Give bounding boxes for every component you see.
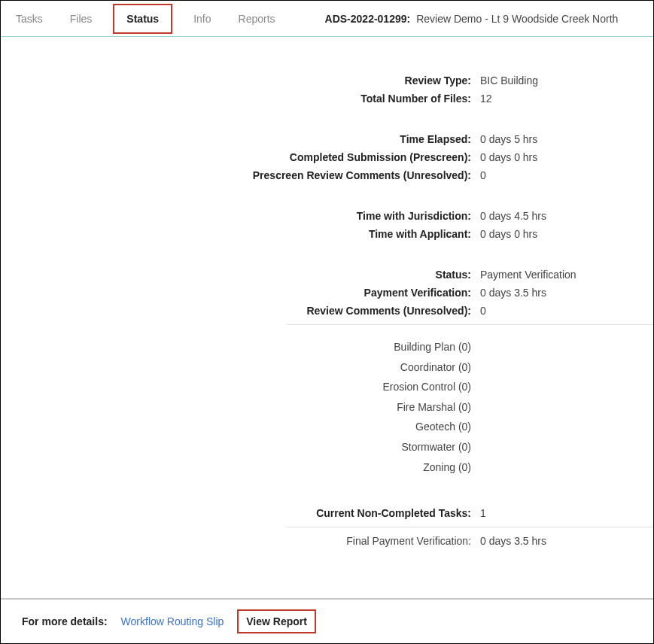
subitem-geotech: Geotech (0) bbox=[1, 417, 471, 437]
case-title: Review Demo - Lt 9 Woodside Creek North bbox=[416, 13, 618, 25]
divider bbox=[287, 527, 653, 527]
time-elapsed-value: 0 days 5 hrs bbox=[480, 133, 653, 145]
subitem-erosion-control: Erosion Control (0) bbox=[1, 377, 471, 397]
divider bbox=[287, 324, 653, 325]
subitem-zoning: Zoning (0) bbox=[1, 457, 471, 478]
time-jurisdiction-label: Time with Jurisdiction: bbox=[1, 210, 471, 222]
subitem-stormwater: Stormwater (0) bbox=[1, 437, 471, 457]
payment-verification-value: 0 days 3.5 hrs bbox=[480, 287, 653, 299]
footer-bar: For more details: Workflow Routing Slip … bbox=[1, 598, 653, 643]
non-completed-label: Current Non-Completed Tasks: bbox=[1, 507, 471, 519]
case-header: ADS-2022-01299: Review Demo - Lt 9 Woods… bbox=[325, 13, 619, 25]
time-applicant-value: 0 days 0 hrs bbox=[480, 228, 653, 240]
tab-strip: Tasks Files Status Info Reports bbox=[8, 7, 280, 31]
tab-status[interactable]: Status bbox=[122, 10, 163, 28]
tab-status-highlight: Status bbox=[113, 4, 172, 34]
view-report-button[interactable]: View Report bbox=[237, 609, 316, 633]
completed-submission-label: Completed Submission (Prescreen): bbox=[1, 151, 471, 163]
status-value: Payment Verification bbox=[480, 269, 653, 281]
time-jurisdiction-value: 0 days 4.5 hrs bbox=[480, 210, 653, 222]
review-type-label: Review Type: bbox=[1, 74, 471, 87]
final-payment-value: 0 days 3.5 hrs bbox=[480, 535, 653, 547]
prescreen-comments-label: Prescreen Review Comments (Unresolved): bbox=[1, 169, 471, 181]
time-applicant-label: Time with Applicant: bbox=[1, 228, 471, 240]
case-id: ADS-2022-01299: bbox=[325, 13, 411, 25]
completed-submission-value: 0 days 0 hrs bbox=[480, 151, 653, 163]
subitem-coordinator: Coordinator (0) bbox=[1, 357, 471, 378]
tab-tasks[interactable]: Tasks bbox=[11, 10, 47, 28]
tab-reports[interactable]: Reports bbox=[234, 10, 280, 28]
prescreen-comments-value: 0 bbox=[480, 169, 653, 181]
footer-label: For more details: bbox=[22, 615, 108, 627]
review-comments-label: Review Comments (Unresolved): bbox=[1, 305, 471, 317]
review-comments-value: 0 bbox=[480, 305, 653, 317]
payment-verification-label: Payment Verification: bbox=[1, 287, 471, 299]
tab-info[interactable]: Info bbox=[189, 10, 215, 28]
header-bar: Tasks Files Status Info Reports ADS-2022… bbox=[1, 1, 653, 37]
review-comments-sublist: Building Plan (0) Coordinator (0) Erosio… bbox=[1, 333, 471, 478]
tab-files[interactable]: Files bbox=[65, 10, 97, 28]
non-completed-value: 1 bbox=[480, 507, 653, 519]
time-elapsed-label: Time Elapsed: bbox=[1, 133, 471, 145]
review-type-value: BIC Building bbox=[480, 74, 653, 87]
status-label: Status: bbox=[1, 269, 471, 281]
subitem-fire-marshal: Fire Marshal (0) bbox=[1, 397, 471, 418]
total-files-label: Total Number of Files: bbox=[1, 93, 471, 105]
workflow-routing-slip-link[interactable]: Workflow Routing Slip bbox=[121, 615, 224, 627]
final-payment-label: Final Payment Verification: bbox=[1, 535, 471, 547]
subitem-building-plan: Building Plan (0) bbox=[1, 337, 471, 357]
total-files-value: 12 bbox=[480, 93, 653, 105]
status-content: Review Type: BIC Building Total Number o… bbox=[1, 37, 653, 562]
